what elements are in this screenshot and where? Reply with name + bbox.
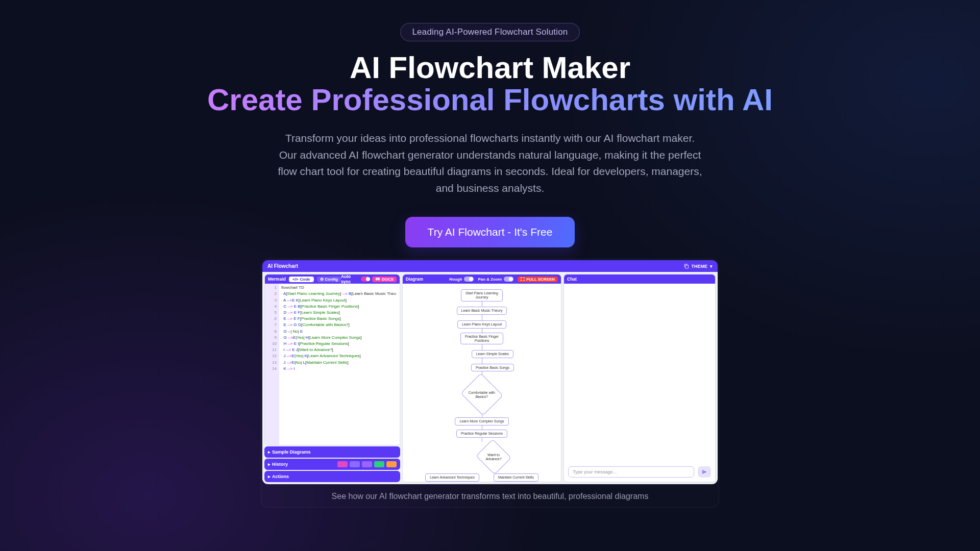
hero-title-line1: AI Flowchart Maker xyxy=(350,51,630,85)
book-icon: 📖 xyxy=(375,277,380,282)
code-pane: Mermaid </> Code ⚙ Config xyxy=(264,274,400,482)
chevron-down-icon: ▾ xyxy=(710,264,713,269)
code-editor[interactable]: 1234567891011121314 flowchart TD A[Start… xyxy=(265,284,400,445)
node-advance[interactable]: Want to Advance? xyxy=(476,439,511,475)
hero-badge: Leading AI-Powered Flowchart Solution xyxy=(400,23,579,41)
diagram-pane-header: Diagram Rough Pan & Zoom ⛶ FULL SCREEN xyxy=(403,274,561,284)
node-start[interactable]: Start Piano Learning Journey xyxy=(461,289,503,301)
chat-input[interactable]: Type your message... xyxy=(568,466,694,478)
history-action-2[interactable] xyxy=(350,461,360,467)
auto-sync-label: Auto sync xyxy=(341,274,359,284)
chevron-right-icon: ▸ xyxy=(268,449,271,455)
diagram-pane-title: Diagram xyxy=(406,277,423,282)
pan-zoom-toggle[interactable]: Pan & Zoom xyxy=(478,277,513,282)
copy-icon xyxy=(684,264,689,269)
hero-title-line2: Create Professional Flowcharts with AI xyxy=(207,84,773,116)
chat-pane-header: Chat xyxy=(564,274,715,284)
send-button[interactable] xyxy=(698,466,711,478)
hero-description: Transform your ideas into professional f… xyxy=(276,130,704,196)
actions-panel[interactable]: ▸Actions xyxy=(264,471,400,482)
code-pane-title: Mermaid xyxy=(268,277,286,282)
theme-switch[interactable]: THEME ▾ xyxy=(684,264,713,269)
chevron-right-icon: ▸ xyxy=(268,474,271,479)
auto-sync-toggle[interactable]: Auto sync xyxy=(341,274,370,284)
docs-button[interactable]: 📖 DOCS xyxy=(372,277,397,282)
hero-title: AI Flowchart Maker Create Professional F… xyxy=(207,52,773,116)
gear-icon: ⚙ xyxy=(320,277,324,282)
node-comfortable[interactable]: Comfortable with Basics? xyxy=(460,373,503,416)
diagram-pane: Diagram Rough Pan & Zoom ⛶ FULL SCREEN xyxy=(402,274,561,482)
history-action-5[interactable] xyxy=(386,461,397,467)
node-basicsongs[interactable]: Practice Basic Songs xyxy=(471,364,514,372)
history-panel[interactable]: ▸History xyxy=(264,459,400,470)
sample-diagrams-panel[interactable]: ▸Sample Diagrams xyxy=(264,446,400,458)
fullscreen-icon: ⛶ xyxy=(521,277,525,282)
history-action-1[interactable] xyxy=(337,461,348,467)
tab-code[interactable]: </> Code xyxy=(289,277,314,282)
chat-pane: Chat Type your message... xyxy=(564,274,716,482)
history-action-4[interactable] xyxy=(374,461,384,467)
node-adv[interactable]: Learn Advanced Techniques xyxy=(425,473,479,482)
theme-label: THEME xyxy=(692,264,708,269)
node-complex[interactable]: Learn More Complex Songs xyxy=(455,417,508,425)
app-title-bar: AI Flowchart THEME ▾ xyxy=(262,260,718,272)
chat-pane-title: Chat xyxy=(567,277,577,282)
code-icon: </> xyxy=(292,277,299,282)
flowchart-canvas[interactable]: Start Piano Learning Journey Learn Basic… xyxy=(403,284,561,482)
try-free-button[interactable]: Try AI Flowchart - It's Free xyxy=(405,217,575,247)
node-maintain[interactable]: Maintain Current Skills xyxy=(494,473,538,482)
app-screenshot: AI Flowchart THEME ▾ Mermaid xyxy=(262,260,718,485)
rough-toggle[interactable]: Rough xyxy=(449,277,474,282)
node-scales[interactable]: Learn Simple Scales xyxy=(472,350,513,358)
node-regular[interactable]: Practice Regular Sessions xyxy=(456,430,507,438)
code-pane-header: Mermaid </> Code ⚙ Config xyxy=(265,274,400,284)
fullscreen-button[interactable]: ⛶ FULL SCREEN xyxy=(518,277,558,282)
node-keys[interactable]: Learn Piano Keys Layout xyxy=(457,320,506,329)
history-action-3[interactable] xyxy=(362,461,372,467)
screenshot-caption: See how our AI flowchart generator trans… xyxy=(262,492,718,501)
product-screenshot-card: AI Flowchart THEME ▾ Mermaid xyxy=(261,259,719,508)
node-finger[interactable]: Practice Basic Finger Positions xyxy=(460,333,503,344)
chevron-right-icon: ▸ xyxy=(268,462,271,467)
tab-config[interactable]: ⚙ Config xyxy=(317,277,341,282)
send-icon xyxy=(702,469,707,474)
node-theory[interactable]: Learn Basic Music Theory xyxy=(457,307,507,315)
app-title: AI Flowchart xyxy=(267,263,298,269)
